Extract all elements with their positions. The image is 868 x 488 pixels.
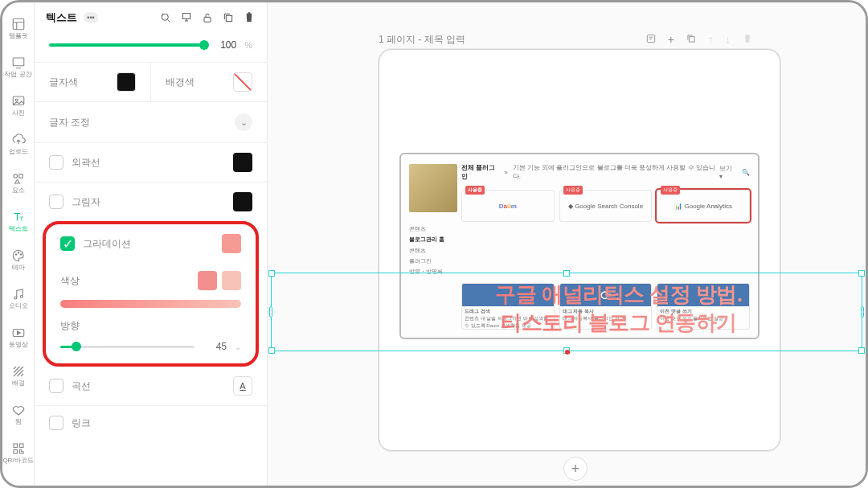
service-gsc: 사용중◆ Google Search Console: [559, 190, 653, 222]
svg-rect-5: [18, 174, 23, 178]
photo-icon: [11, 94, 26, 109]
svg-rect-13: [19, 444, 23, 448]
page-duplicate-icon[interactable]: [686, 33, 697, 47]
shadow-checkbox[interactable]: [49, 195, 63, 209]
properties-panel: 텍스트 ••• 100 % 글자색 배경색: [35, 2, 268, 486]
gradient-direction-slider[interactable]: [60, 346, 194, 348]
resize-handle-t[interactable]: [563, 270, 570, 277]
resize-handle-bl[interactable]: [268, 347, 275, 354]
video-icon: [11, 326, 26, 340]
text-color-picker[interactable]: 글자색: [35, 63, 150, 101]
rail-workspace[interactable]: 작업 공간: [2, 47, 35, 86]
page-note-icon[interactable]: [645, 33, 657, 47]
svg-rect-20: [690, 37, 694, 42]
gradient-swatch[interactable]: [222, 234, 241, 253]
page-label: 1 페이지 - 제목 입력: [379, 33, 465, 47]
gradient-option[interactable]: ✓ 그라데이션: [46, 224, 256, 263]
page-up-icon: ↑: [708, 33, 714, 47]
rail-theme[interactable]: 테마: [2, 240, 35, 279]
svg-point-6: [15, 254, 17, 256]
search-icon: 🔍: [742, 169, 750, 176]
shadow-option[interactable]: 그림자: [35, 182, 267, 221]
gradient-checkbox[interactable]: ✓: [60, 236, 75, 251]
svg-point-15: [162, 14, 168, 20]
palette-icon: [11, 248, 26, 263]
align-icon[interactable]: [180, 11, 193, 24]
rail-elements[interactable]: 요소: [2, 163, 35, 202]
svg-point-4: [14, 174, 18, 178]
outline-checkbox[interactable]: [49, 155, 63, 170]
curve-option[interactable]: 곡선 A: [35, 367, 267, 405]
gradient-stop-1[interactable]: [198, 271, 217, 290]
element-icon: [11, 171, 26, 186]
svg-rect-17: [204, 17, 211, 22]
opacity-slider[interactable]: [49, 43, 204, 47]
audio-icon: [11, 287, 26, 301]
rail-upload[interactable]: 업로드: [2, 125, 35, 163]
chevron-down-icon: ⌄: [235, 113, 252, 131]
outline-swatch[interactable]: [233, 153, 252, 172]
resize-handle-tl[interactable]: [268, 270, 275, 277]
resize-handle-r[interactable]: [861, 306, 864, 318]
duplicate-icon[interactable]: [222, 11, 235, 24]
resize-handle-l[interactable]: [269, 306, 272, 318]
selection-bounding-box[interactable]: [271, 273, 862, 351]
qr-icon: [11, 441, 26, 456]
gradient-preview-bar: [60, 300, 241, 308]
money-thumbnail: [409, 164, 457, 212]
page-1[interactable]: 전체 플러그인 » 기본 기능 외에 플러그인으로 블로그를 더욱 풍성하게 사…: [379, 49, 780, 451]
mock-left-nav: 콘텐츠 블로그관리 홈 콘텐츠 플러그인 방문・방명록: [409, 223, 457, 277]
left-rail: 템플릿 작업 공간 사진 업로드 요소 텍스트 테마 오디오 동영상 배경 찜 …: [2, 2, 35, 486]
text-color-swatch: [117, 72, 136, 92]
rail-templates[interactable]: 템플릿: [2, 9, 35, 47]
svg-rect-12: [14, 444, 18, 448]
svg-rect-0: [13, 18, 24, 30]
svg-point-8: [20, 254, 22, 256]
rail-favorites[interactable]: 찜: [2, 395, 35, 433]
canvas[interactable]: 1 페이지 - 제목 입력 + ↑ ↓ 전체 플러그인 » 기본 기능 외에 플…: [268, 2, 866, 486]
heart-icon: [11, 403, 26, 417]
service-daum: 사용중Daům: [461, 190, 555, 222]
bg-color-picker[interactable]: 배경색: [150, 63, 267, 101]
rail-photos[interactable]: 사진: [2, 86, 35, 125]
svg-rect-14: [14, 450, 18, 454]
rail-text[interactable]: 텍스트: [2, 202, 35, 240]
bg-color-swatch: [233, 72, 252, 92]
text-adjust-accordion[interactable]: 글자 조정 ⌄: [35, 102, 267, 142]
shadow-swatch[interactable]: [233, 192, 252, 211]
gradient-stop-2[interactable]: [222, 271, 241, 290]
svg-rect-1: [13, 58, 24, 66]
upload-icon: [11, 133, 26, 147]
add-page-button[interactable]: +: [563, 457, 588, 481]
curve-style-button[interactable]: A: [233, 376, 252, 396]
page-down-icon: ↓: [725, 33, 731, 47]
page-add-icon[interactable]: +: [668, 33, 674, 47]
rail-qr[interactable]: QR/바코드: [2, 433, 35, 472]
background-icon: [11, 364, 26, 379]
svg-point-9: [14, 297, 16, 299]
trash-icon[interactable]: [243, 11, 256, 24]
rail-audio[interactable]: 오디오: [2, 279, 35, 318]
resize-handle-tr[interactable]: [858, 270, 865, 277]
lock-icon[interactable]: [201, 11, 214, 24]
gradient-colors-label: 색상: [60, 274, 80, 288]
outline-option[interactable]: 외곽선: [35, 143, 267, 182]
svg-point-3: [15, 99, 18, 101]
resize-handle-br[interactable]: [858, 347, 865, 354]
rail-background[interactable]: 배경: [2, 356, 35, 395]
layout-icon: [11, 17, 26, 31]
link-option[interactable]: 링크: [35, 406, 267, 440]
link-checkbox[interactable]: [49, 416, 63, 430]
panel-more-button[interactable]: •••: [84, 12, 98, 23]
svg-rect-16: [182, 14, 190, 19]
curve-checkbox[interactable]: [49, 379, 63, 393]
page-delete-icon: [742, 33, 753, 47]
workspace-icon: [11, 55, 26, 70]
text-icon: [11, 210, 26, 224]
magic-icon[interactable]: [159, 11, 172, 24]
svg-point-7: [18, 252, 19, 254]
rail-video[interactable]: 동영상: [2, 318, 35, 356]
direction-caret-icon[interactable]: ⌄: [235, 342, 241, 351]
opacity-unit: %: [244, 40, 252, 50]
svg-rect-18: [226, 15, 231, 21]
